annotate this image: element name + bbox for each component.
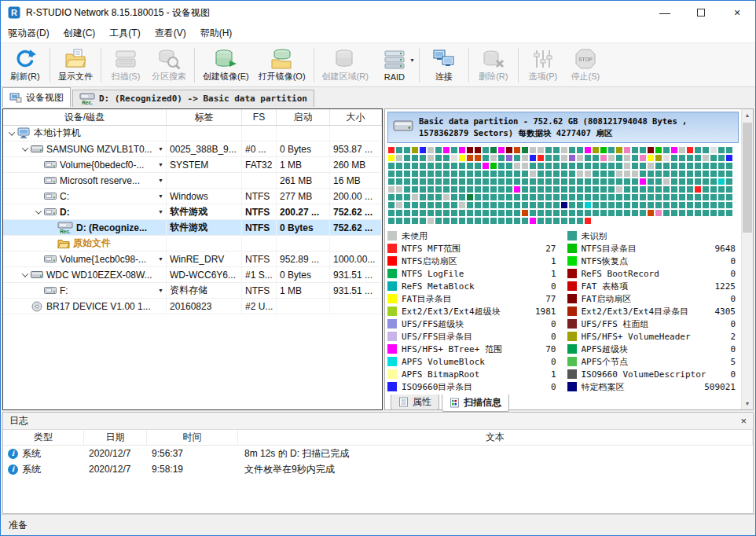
row-dropdown-arrow-icon[interactable]: ▼ xyxy=(158,146,166,152)
scroll-down-icon[interactable]: ▼ xyxy=(742,398,753,409)
log-column-header-2[interactable]: 时间 xyxy=(147,430,238,445)
scan-block xyxy=(490,147,497,153)
refresh-button[interactable]: 刷新(R) xyxy=(4,45,46,85)
tree-column-header-2[interactable]: FS xyxy=(242,109,277,125)
tab-recognized-partition[interactable]: Rec.D: (Recognized0) -> Basic data parti… xyxy=(72,90,314,107)
scroll-up-icon[interactable]: ▲ xyxy=(742,109,753,121)
menu-item-1[interactable]: 创建(C) xyxy=(57,24,103,42)
scrollbar-thumb[interactable] xyxy=(743,123,752,233)
show-files-button[interactable]: 显示文件 xyxy=(53,45,97,85)
legend-label: 未识别 xyxy=(582,230,607,242)
scan-block xyxy=(530,155,536,161)
tree-cell-fs: FAT32 xyxy=(242,157,277,172)
legend-label: APFS超级块 xyxy=(582,343,629,355)
scan-block xyxy=(687,155,693,161)
legend-item: FAT 表格项1225 xyxy=(567,280,739,292)
legend-label: APFS BitmapRoot xyxy=(402,369,479,380)
row-dropdown-arrow-icon[interactable]: ▼ xyxy=(158,162,166,167)
raid-dropdown-arrow-icon[interactable]: ▼ xyxy=(409,57,415,63)
legend-label: APFS个节点 xyxy=(582,356,629,368)
scan-block xyxy=(600,178,607,185)
expander-icon[interactable] xyxy=(20,147,31,152)
right-panel-scrollbar[interactable]: ▲ ▼ xyxy=(741,109,753,409)
log-column-header-0[interactable]: 类型 xyxy=(3,430,84,445)
open-image-button[interactable]: 打开镜像(O) xyxy=(254,45,310,85)
tree-column-header-1[interactable]: 标签 xyxy=(167,109,242,125)
tree-row-6[interactable]: Rec.D: (Recognize...软件游戏NTFS0 Bytes752.6… xyxy=(3,220,382,236)
tree-cell-start: 200.27 ... xyxy=(277,204,330,219)
tab-device-view[interactable]: 设备视图 xyxy=(2,87,71,107)
row-dropdown-arrow-icon[interactable]: ▼ xyxy=(158,288,166,293)
row-dropdown-arrow-icon[interactable]: ▼ xyxy=(158,193,166,199)
tree-row-8[interactable]: Volume{1ecb0c98-...▼WinRE_DRVNTFS952.89 … xyxy=(3,251,382,267)
options-button[interactable]: 选项(P) xyxy=(522,45,564,85)
scan-block xyxy=(663,194,670,200)
row-dropdown-arrow-icon[interactable]: ▼ xyxy=(158,209,166,215)
tree-row-5[interactable]: D:▼软件游戏NTFS200.27 ...752.62 ... xyxy=(3,204,382,220)
scrollbar-track[interactable] xyxy=(742,121,753,398)
tree-row-11[interactable]: BR17 DEVICE V1.00 1...20160823#2 U... xyxy=(3,299,382,314)
tree-cell-label xyxy=(167,173,242,188)
expander-icon[interactable] xyxy=(33,210,44,215)
tree-column-header-4[interactable]: 大小 xyxy=(330,109,382,125)
row-dropdown-arrow-icon[interactable]: ▼ xyxy=(158,178,166,183)
tab-scan-info[interactable]: 扫描信息 xyxy=(442,395,509,412)
log-row-1[interactable]: i系统2020/12/79:58:19文件枚举在9秒内完成 xyxy=(3,461,753,477)
menu-item-0[interactable]: 驱动器(D) xyxy=(1,24,57,42)
tree-row-2[interactable]: Volume{0bedecf0-...▼SYSTEMFAT321 MB260 M… xyxy=(3,157,382,173)
raid-button[interactable]: RAID▼ xyxy=(373,46,416,84)
scan-block xyxy=(396,202,402,208)
titlebar: R R-STUDIO Network 8.15.180015 - 设备视图 — … xyxy=(1,1,755,24)
tree-cell-start: 952.89 ... xyxy=(277,251,330,266)
scan-button[interactable]: 扫描(S) xyxy=(105,45,147,85)
scan-block xyxy=(640,186,646,193)
expander-icon[interactable] xyxy=(20,273,31,277)
tree-row-4[interactable]: C:▼WindowsNTFS277 MB200.00 ... xyxy=(3,189,382,204)
log-column-header-3[interactable]: 文本 xyxy=(238,430,753,445)
svg-text:Rec.: Rec. xyxy=(60,229,71,234)
create-image-button[interactable]: 创建镜像(E) xyxy=(198,45,254,85)
scan-block xyxy=(404,147,410,153)
tab-properties[interactable]: 属性 xyxy=(391,395,439,410)
scan-block xyxy=(710,155,717,161)
row-dropdown-arrow-icon[interactable]: ▼ xyxy=(158,256,166,262)
connect-button[interactable]: 连接 xyxy=(423,45,465,85)
menu-item-3[interactable]: 查看(V) xyxy=(148,24,193,42)
scan-block xyxy=(553,178,560,185)
scan-block xyxy=(412,147,418,153)
menu-item-2[interactable]: 工具(T) xyxy=(102,24,147,42)
scan-block xyxy=(490,202,497,208)
tree-row-7[interactable]: 原始文件 xyxy=(3,236,382,251)
volume-icon xyxy=(44,160,57,170)
log-column-header-1[interactable]: 日期 xyxy=(84,430,147,445)
stop-button[interactable]: STOP停止(S) xyxy=(564,45,607,85)
tree-column-header-0[interactable]: 设备/磁盘 xyxy=(3,109,167,125)
tree-row-1[interactable]: SAMSUNG MZVLB1T0...▼0025_388B_9...#0 ...… xyxy=(3,141,382,157)
menu-item-4[interactable]: 帮助(H) xyxy=(193,24,240,42)
scan-block xyxy=(663,147,670,153)
scan-block xyxy=(459,218,465,224)
scan-block xyxy=(703,210,709,216)
legend-label: APFS VolumeBlock xyxy=(402,357,485,367)
delete-button[interactable]: 删除(R) xyxy=(472,45,515,85)
tree-row-0[interactable]: 本地计算机 xyxy=(3,126,382,141)
scan-block xyxy=(483,163,489,169)
tree-row-10[interactable]: F:▼资料存储NTFS1 MB931.51 ... xyxy=(3,283,382,299)
partition-search-button[interactable]: 分区搜索 xyxy=(147,45,191,85)
scan-block xyxy=(443,178,450,185)
close-button[interactable]: × xyxy=(719,1,755,24)
tree-column-header-3[interactable]: 启动 xyxy=(277,109,330,125)
tree-row-9[interactable]: WDC WD10EZEX-08W...WD-WCC6Y6...#1 S...0 … xyxy=(3,267,382,283)
scan-block xyxy=(435,202,442,208)
scan-block xyxy=(663,186,670,193)
legend-item: 特定档案区509021 xyxy=(567,380,739,393)
create-region-button[interactable]: 创建区域(R) xyxy=(317,45,373,85)
minimize-button[interactable]: — xyxy=(647,1,683,24)
expander-icon[interactable] xyxy=(6,131,17,136)
log-row-0[interactable]: i系统2020/12/79:56:378m 12s 的 D: 扫描已完成 xyxy=(3,446,753,461)
maximize-button[interactable] xyxy=(683,1,719,24)
scan-block xyxy=(514,210,520,216)
scan-block xyxy=(640,155,646,161)
log-close-icon[interactable]: × xyxy=(740,415,747,427)
tree-row-3[interactable]: Microsoft reserve...▼261 MB16 MB xyxy=(3,173,382,189)
